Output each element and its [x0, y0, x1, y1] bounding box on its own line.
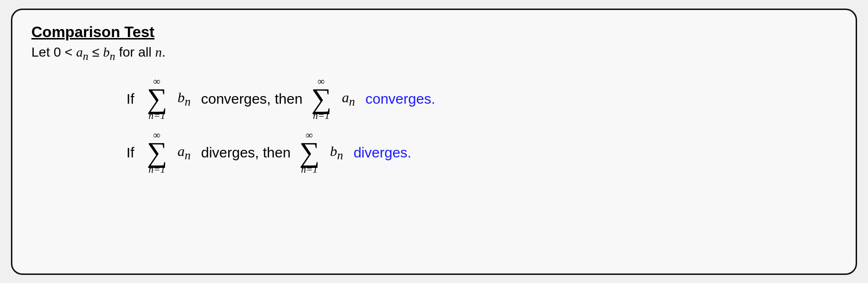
sigma-bottom-1: n=1	[148, 111, 165, 121]
sigma-1-row2: ∞ ∑ n=1	[147, 130, 167, 175]
sigma-1-row1: ∞ ∑ n=1	[147, 77, 167, 121]
sigma-symbol-4: ∑	[299, 140, 319, 165]
conclusion-2: diverges.	[354, 145, 412, 161]
sigma-symbol-2: ∑	[311, 87, 331, 111]
comparison-test-card: Comparison Test Let 0 < an ≤ bn for all …	[11, 9, 857, 275]
sigma-symbol-1: ∑	[147, 87, 167, 111]
intro-line: Let 0 < an ≤ bn for all n.	[31, 45, 833, 63]
middle-text-1: converges, then	[201, 91, 302, 107]
row-diverges: If ∞ ∑ n=1 an diverges, then ∞ ∑ n=1 bn …	[126, 130, 833, 175]
conclusion-1: converges.	[366, 91, 435, 107]
middle-text-2: diverges, then	[201, 145, 290, 161]
sigma-term-3: an	[177, 143, 191, 162]
if-label-2: If	[126, 145, 135, 161]
sigma-term-1: bn	[177, 89, 191, 108]
card-title: Comparison Test	[31, 23, 833, 41]
if-label-1: If	[126, 91, 135, 107]
sigma-bottom-4: n=1	[301, 165, 318, 175]
sigma-term-2: an	[342, 89, 355, 108]
sigma-2-row1: ∞ ∑ n=1	[311, 77, 331, 121]
sigma-symbol-3: ∑	[147, 140, 167, 165]
sigma-bottom-2: n=1	[313, 111, 329, 121]
sigma-term-4: bn	[330, 143, 343, 162]
sigma-bottom-3: n=1	[148, 165, 165, 175]
sigma-2-row2: ∞ ∑ n=1	[299, 130, 319, 175]
theorem-rows: If ∞ ∑ n=1 bn converges, then ∞ ∑ n=1 an…	[31, 77, 833, 175]
row-converges: If ∞ ∑ n=1 bn converges, then ∞ ∑ n=1 an…	[126, 77, 833, 121]
